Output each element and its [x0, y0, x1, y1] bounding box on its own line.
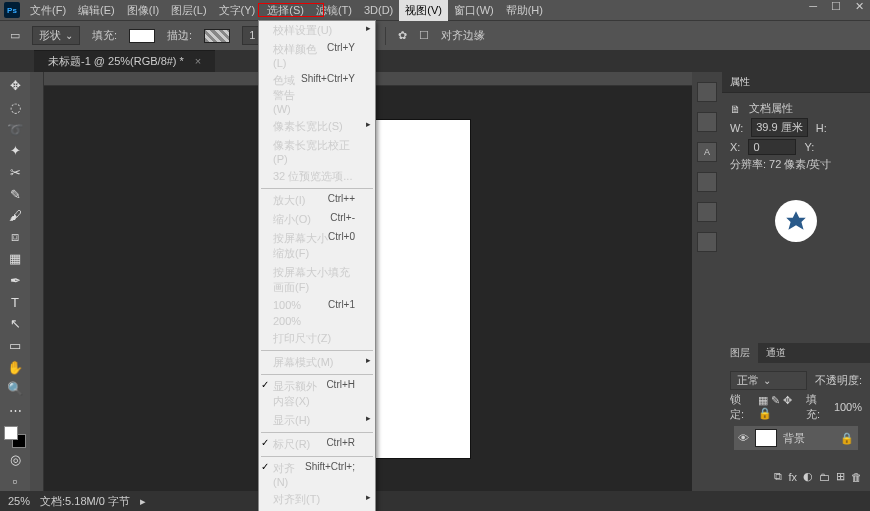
delete-layer-icon[interactable]: 🗑: [851, 471, 862, 483]
window-close-icon[interactable]: ✕: [855, 0, 864, 13]
menu-file[interactable]: 文件(F): [24, 0, 72, 21]
menu-item[interactable]: 屏幕模式(M): [259, 353, 375, 372]
menu-item[interactable]: 标尺(R)Ctrl+R: [259, 435, 375, 454]
menu-view[interactable]: 视图(V): [399, 0, 448, 21]
menu-item[interactable]: 校样颜色(L)Ctrl+Y: [259, 40, 375, 71]
document-tab[interactable]: 未标题-1 @ 25%(RGB/8#) * ×: [34, 50, 215, 72]
menu-item[interactable]: 放大(I)Ctrl++: [259, 191, 375, 210]
wand-tool-icon[interactable]: ✦: [3, 141, 27, 161]
align-edges-checkbox[interactable]: ☐: [419, 29, 429, 42]
y-label: Y:: [804, 141, 814, 153]
paragraph-panel-icon[interactable]: [697, 172, 717, 192]
tab-close-icon[interactable]: ×: [195, 55, 201, 67]
fill-swatch[interactable]: [129, 29, 155, 43]
shape-tool-icon[interactable]: ▭: [3, 336, 27, 356]
window-maximize-icon[interactable]: ☐: [831, 0, 841, 13]
fill-label: 填充:: [92, 28, 117, 43]
edit-toolbar-icon[interactable]: ⋯: [3, 401, 27, 421]
quickmask-icon[interactable]: ◎: [3, 450, 27, 470]
menu-filter[interactable]: 滤镜(T): [310, 0, 358, 21]
stamp-tool-icon[interactable]: ⧈: [3, 227, 27, 247]
menu-item[interactable]: 显示(H): [259, 411, 375, 430]
menu-item[interactable]: 按屏幕大小缩放(F)Ctrl+0: [259, 229, 375, 263]
history-panel-icon[interactable]: [697, 82, 717, 102]
layer-fx-icon[interactable]: fx: [788, 471, 797, 483]
zoom-tool-icon[interactable]: 🔍: [3, 379, 27, 399]
menu-item[interactable]: 200%: [259, 313, 375, 329]
menu-image[interactable]: 图像(I): [121, 0, 165, 21]
eyedropper-tool-icon[interactable]: ✎: [3, 184, 27, 204]
menu-bar: Ps 文件(F) 编辑(E) 图像(I) 图层(L) 文字(Y) 选择(S) 滤…: [0, 0, 870, 20]
char-panel-icon[interactable]: A: [697, 142, 717, 162]
pen-tool-icon[interactable]: ✒: [3, 271, 27, 291]
ruler-vertical[interactable]: [30, 72, 44, 491]
menu-item[interactable]: 色域警告(W)Shift+Ctrl+Y: [259, 71, 375, 117]
menu-help[interactable]: 帮助(H): [500, 0, 549, 21]
lock-icons[interactable]: ▦ ✎ ✥ 🔒: [758, 394, 798, 420]
panel-stack: 属性 🗎 文档属性 W: 39.9 厘米 H: X: 0 Y: 分辨率: 72 …: [722, 72, 870, 491]
document-tab-title: 未标题-1 @ 25%(RGB/8#) *: [48, 55, 184, 67]
marquee-tool-icon[interactable]: ◌: [3, 98, 27, 118]
menu-3d[interactable]: 3D(D): [358, 1, 399, 19]
brush-tool-icon[interactable]: 🖌: [3, 206, 27, 226]
menu-item[interactable]: 显示额外内容(X)Ctrl+H: [259, 377, 375, 411]
status-chevron-icon[interactable]: ▸: [140, 495, 146, 508]
menu-edit[interactable]: 编辑(E): [72, 0, 121, 21]
resolution-label: 分辨率: 72 像素/英寸: [730, 157, 831, 172]
menu-item[interactable]: 像素长宽比(S): [259, 117, 375, 136]
color-panel-icon[interactable]: [697, 112, 717, 132]
brush-panel-icon[interactable]: [697, 232, 717, 252]
hand-tool-icon[interactable]: ✋: [3, 357, 27, 377]
lasso-tool-icon[interactable]: ➰: [3, 119, 27, 139]
settings-icon[interactable]: ✿: [398, 29, 407, 42]
layer-row[interactable]: 👁 背景 🔒: [734, 426, 858, 450]
menu-item[interactable]: 缩小(O)Ctrl+-: [259, 210, 375, 229]
menu-select[interactable]: 选择(S): [261, 0, 310, 21]
status-bar: 25% 文档:5.18M/0 字节 ▸: [0, 491, 870, 511]
menu-item[interactable]: 对齐(N)Shift+Ctrl+;: [259, 459, 375, 490]
channels-tab[interactable]: 通道: [758, 343, 794, 363]
width-field[interactable]: 39.9 厘米: [751, 118, 807, 137]
view-menu-dropdown: 校样设置(U)校样颜色(L)Ctrl+Y色域警告(W)Shift+Ctrl+Y像…: [258, 20, 376, 511]
path-tool-icon[interactable]: ↖: [3, 314, 27, 334]
layer-fill-label: 填充:: [806, 392, 826, 422]
layer-fill-value[interactable]: 100%: [834, 401, 862, 413]
tool-preset-icon[interactable]: ▭: [10, 29, 20, 42]
stroke-swatch[interactable]: [204, 29, 230, 43]
color-swatch[interactable]: [4, 426, 26, 448]
height-label: H:: [816, 122, 827, 134]
screenmode-icon[interactable]: ▫: [3, 471, 27, 491]
link-layers-icon[interactable]: ⧉: [774, 470, 782, 483]
layer-thumbnail[interactable]: [755, 429, 777, 447]
menu-item[interactable]: 校样设置(U): [259, 21, 375, 40]
window-minimize-icon[interactable]: ─: [809, 0, 817, 13]
menu-item[interactable]: 打印尺寸(Z): [259, 329, 375, 348]
menu-item: 32 位预览选项...: [259, 167, 375, 186]
menu-item: 像素长宽比校正(P): [259, 136, 375, 167]
watermark-logo: [775, 200, 817, 242]
layer-name[interactable]: 背景: [783, 431, 805, 446]
layer-mask-icon[interactable]: ◐: [803, 470, 813, 483]
align-edges-label: 对齐边缘: [441, 28, 485, 43]
gradient-tool-icon[interactable]: ▦: [3, 249, 27, 269]
menu-item[interactable]: 100%Ctrl+1: [259, 297, 375, 313]
properties-panel-tab[interactable]: 属性: [722, 72, 870, 93]
menu-type[interactable]: 文字(Y): [213, 0, 262, 21]
zoom-level[interactable]: 25%: [8, 495, 30, 507]
menu-layer[interactable]: 图层(L): [165, 0, 212, 21]
menu-window[interactable]: 窗口(W): [448, 0, 500, 21]
swatches-panel-icon[interactable]: [697, 202, 717, 222]
type-tool-icon[interactable]: T: [3, 292, 27, 312]
move-tool-icon[interactable]: ✥: [3, 76, 27, 96]
visibility-icon[interactable]: 👁: [738, 432, 749, 444]
layers-tab[interactable]: 图层: [722, 343, 758, 363]
x-field[interactable]: 0: [748, 139, 796, 155]
new-group-icon[interactable]: 🗀: [819, 471, 830, 483]
shape-mode-dropdown[interactable]: 形状: [32, 26, 80, 45]
menu-item[interactable]: 对齐到(T): [259, 490, 375, 509]
blend-mode-dropdown[interactable]: 正常: [730, 371, 807, 390]
crop-tool-icon[interactable]: ✂: [3, 163, 27, 183]
stroke-label: 描边:: [167, 28, 192, 43]
doc-info[interactable]: 文档:5.18M/0 字节: [40, 494, 130, 509]
new-layer-icon[interactable]: ⊞: [836, 470, 845, 483]
